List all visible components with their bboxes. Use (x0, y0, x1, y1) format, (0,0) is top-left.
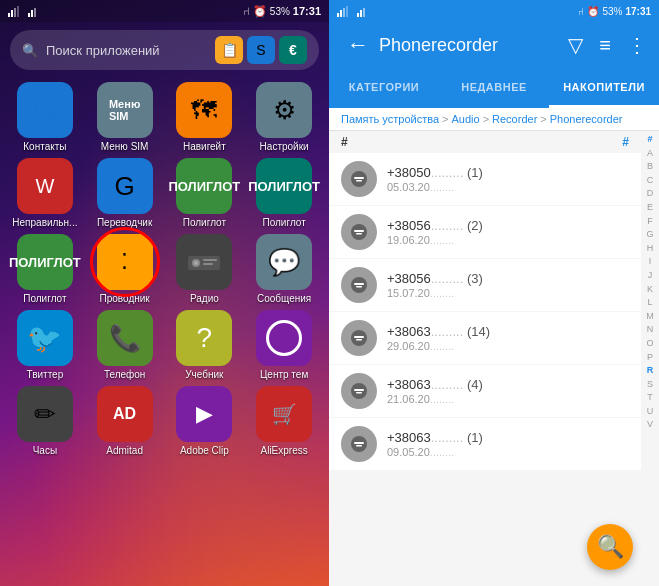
battery-text: 53% (270, 6, 290, 17)
svg-rect-33 (356, 392, 362, 394)
alpha-r[interactable]: R (647, 364, 654, 377)
tab-storage[interactable]: НАКОПИТЕЛИ (549, 68, 659, 108)
alpha-g[interactable]: G (646, 228, 653, 241)
file-item-6[interactable]: +38063......... (1) 09.05.20........ (329, 418, 641, 470)
battery-right: 53% (602, 6, 622, 17)
more-button[interactable]: ⋮ (627, 33, 647, 57)
quick-icon-1[interactable]: 📋 (215, 36, 243, 64)
contacts-icon: 👤 (29, 95, 61, 126)
alpha-f[interactable]: F (647, 215, 653, 228)
app-radio[interactable]: Радио (168, 234, 242, 304)
alpha-j[interactable]: J (648, 269, 653, 282)
file-info-3: +38056......... (3) 15.07.20........ (387, 271, 629, 299)
alpha-i[interactable]: I (649, 255, 652, 268)
app-twitter[interactable]: 🐦 Твиттер (8, 310, 82, 380)
contacts-label: Контакты (23, 141, 66, 152)
app-aliexpress[interactable]: 🛒 AliExpress (247, 386, 321, 456)
breadcrumb-sep2: > (483, 113, 489, 125)
tab-recent[interactable]: НЕДАВНЕЕ (439, 68, 549, 108)
app-wrong[interactable]: W Неправильн... (8, 158, 82, 228)
alpha-hash[interactable]: # (647, 133, 652, 146)
alpha-v[interactable]: V (647, 418, 653, 431)
svg-rect-14 (343, 8, 345, 17)
alpha-l[interactable]: L (647, 296, 652, 309)
svg-rect-29 (354, 336, 364, 338)
app-messages[interactable]: 💬 Сообщения (247, 234, 321, 304)
svg-rect-20 (354, 177, 364, 179)
file-item-3[interactable]: +38056......... (3) 15.07.20........ (329, 259, 641, 311)
app-polyglot2[interactable]: ПОЛИГЛОТ Полиглот (247, 158, 321, 228)
alpha-c[interactable]: C (647, 174, 654, 187)
radio-label: Радио (190, 293, 219, 304)
clock-label: Часы (33, 445, 57, 456)
alpha-e[interactable]: E (647, 201, 653, 214)
alpha-p[interactable]: P (647, 351, 653, 364)
quick-icon-s[interactable]: S (247, 36, 275, 64)
search-placeholder: Поиск приложений (46, 43, 160, 58)
file-item-5[interactable]: +38063......... (4) 21.06.20........ (329, 365, 641, 417)
breadcrumb-recorder[interactable]: Recorder (492, 113, 537, 125)
app-clock[interactable]: ✏ Часы (8, 386, 82, 456)
sort-button[interactable]: ≡ (599, 34, 611, 57)
alpha-u[interactable]: U (647, 405, 654, 418)
svg-rect-16 (357, 13, 359, 17)
svg-rect-21 (356, 180, 362, 182)
svg-rect-11 (203, 263, 213, 265)
svg-rect-1 (11, 10, 13, 17)
app-translate[interactable]: G Переводчик (88, 158, 162, 228)
alpha-b[interactable]: B (647, 160, 653, 173)
filter-button[interactable]: ▽ (568, 33, 583, 57)
status-right-right: ⑁ ⏰ 53% 17:31 (578, 6, 651, 17)
search-bar[interactable]: 🔍 Поиск приложений 📋 S € (10, 30, 319, 70)
app-admitad[interactable]: AD Admitad (88, 386, 162, 456)
file-item-1[interactable]: +38050......... (1) 05.03.20........ (329, 153, 641, 205)
search-fab[interactable]: 🔍 (587, 524, 633, 570)
app-textbook[interactable]: ? Учебник (168, 310, 242, 380)
alpha-k[interactable]: K (647, 283, 653, 296)
twitter-icon: 🐦 (27, 322, 62, 355)
svg-rect-30 (356, 339, 362, 341)
back-button[interactable]: ← (347, 32, 369, 58)
time-left: 17:31 (293, 5, 321, 17)
alpha-n[interactable]: N (647, 323, 654, 336)
polyglot3-label: Полиглот (23, 293, 66, 304)
app-explorer[interactable]: ⁚ Проводник (88, 234, 162, 304)
alpha-t[interactable]: T (647, 391, 653, 404)
menu-sim-label: Меню SIM (101, 141, 149, 152)
file-info-1: +38050......... (1) 05.03.20........ (387, 165, 629, 193)
svg-rect-32 (354, 389, 364, 391)
tab-categories[interactable]: КАТЕГОРИИ (329, 68, 439, 108)
app-settings[interactable]: ⚙ Настройки (247, 82, 321, 152)
svg-rect-5 (31, 10, 33, 17)
quick-icon-e[interactable]: € (279, 36, 307, 64)
app-polyglot3[interactable]: ПОЛИГЛОТ Полиглот (8, 234, 82, 304)
alpha-h[interactable]: H (647, 242, 654, 255)
svg-rect-18 (363, 8, 365, 17)
app-centerthemes[interactable]: Центр тем (247, 310, 321, 380)
navigator-icon: 🗺 (191, 95, 217, 126)
alpha-m[interactable]: M (646, 310, 654, 323)
status-right-icons: ⑁ ⏰ 53% 17:31 (243, 5, 321, 18)
breadcrumb-device[interactable]: Память устройства (341, 113, 439, 125)
alpha-a[interactable]: A (647, 147, 653, 160)
svg-rect-12 (337, 13, 339, 17)
alpha-d[interactable]: D (647, 187, 654, 200)
svg-rect-13 (340, 10, 342, 17)
app-polyglot1[interactable]: ПОЛИГЛОТ Полиглот (168, 158, 242, 228)
alpha-o[interactable]: O (646, 337, 653, 350)
app-menu-sim[interactable]: МенюSIM Меню SIM (88, 82, 162, 152)
file-item-2[interactable]: +38056......... (2) 19.06.20........ (329, 206, 641, 258)
radio-icon (186, 252, 222, 272)
file-item-4[interactable]: +38063......... (14) 29.06.20........ (329, 312, 641, 364)
breadcrumb-sep3: > (540, 113, 546, 125)
settings-label: Настройки (260, 141, 309, 152)
phone-label: Телефон (104, 369, 145, 380)
app-navigator[interactable]: 🗺 Навигейт (168, 82, 242, 152)
right-panel: ⑁ ⏰ 53% 17:31 ← Phonerecorder ▽ ≡ ⋮ КАТЕ… (329, 0, 659, 586)
svg-rect-2 (14, 8, 16, 17)
app-adobeclip[interactable]: ▶ Adobe Clip (168, 386, 242, 456)
breadcrumb-audio[interactable]: Audio (451, 113, 479, 125)
app-phone[interactable]: 📞 Телефон (88, 310, 162, 380)
app-contacts[interactable]: 👤 Контакты (8, 82, 82, 152)
alpha-s[interactable]: S (647, 378, 653, 391)
